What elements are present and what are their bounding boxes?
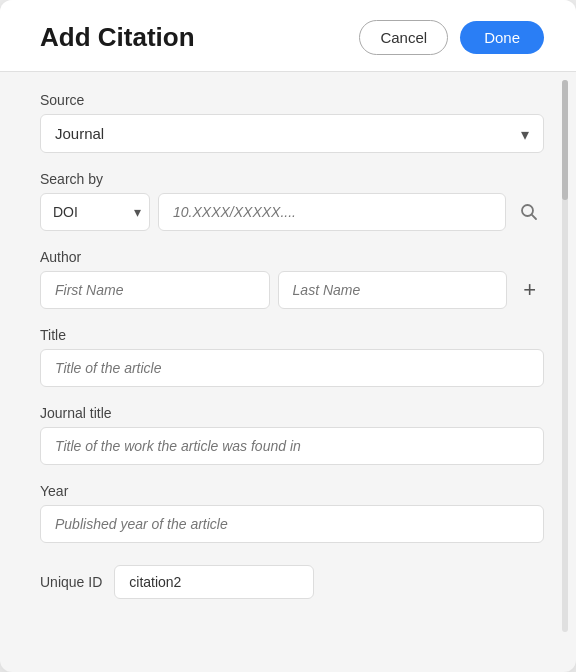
svg-line-1 <box>532 215 536 219</box>
scrollbar-track <box>562 80 568 632</box>
author-field-group: Author + <box>40 249 544 309</box>
scrollbar-thumb[interactable] <box>562 80 568 200</box>
author-row: + <box>40 271 544 309</box>
cancel-button[interactable]: Cancel <box>359 20 448 55</box>
search-type-select[interactable]: DOI PMID ISBN URL <box>41 194 149 230</box>
add-citation-dialog: Add Citation Cancel Done Source Journal … <box>0 0 576 672</box>
search-type-wrapper[interactable]: DOI PMID ISBN URL ▾ <box>40 193 150 231</box>
year-label: Year <box>40 483 544 499</box>
journal-title-label: Journal title <box>40 405 544 421</box>
author-last-name-input[interactable] <box>278 271 508 309</box>
journal-title-input[interactable] <box>40 427 544 465</box>
search-button[interactable] <box>514 197 544 227</box>
author-label: Author <box>40 249 544 265</box>
unique-id-label: Unique ID <box>40 574 102 590</box>
title-field-group: Title <box>40 327 544 387</box>
header-buttons: Cancel Done <box>359 20 544 55</box>
dialog-title: Add Citation <box>40 22 195 53</box>
year-input[interactable] <box>40 505 544 543</box>
journal-title-field-group: Journal title <box>40 405 544 465</box>
title-input[interactable] <box>40 349 544 387</box>
search-input[interactable] <box>158 193 506 231</box>
search-by-label: Search by <box>40 171 544 187</box>
unique-id-row: Unique ID <box>40 561 544 599</box>
author-first-name-input[interactable] <box>40 271 270 309</box>
search-icon <box>520 203 538 221</box>
dialog-body: Source Journal Book Website Conference P… <box>0 72 576 629</box>
title-label: Title <box>40 327 544 343</box>
source-label: Source <box>40 92 544 108</box>
search-row: DOI PMID ISBN URL ▾ <box>40 193 544 231</box>
add-author-button[interactable]: + <box>515 275 544 305</box>
dialog-header: Add Citation Cancel Done <box>0 0 576 72</box>
source-field-group: Source Journal Book Website Conference P… <box>40 92 544 153</box>
source-select-wrapper[interactable]: Journal Book Website Conference Paper Th… <box>40 114 544 153</box>
year-field-group: Year <box>40 483 544 543</box>
source-select[interactable]: Journal Book Website Conference Paper Th… <box>41 115 543 152</box>
unique-id-input[interactable] <box>114 565 314 599</box>
done-button[interactable]: Done <box>460 21 544 54</box>
search-by-field-group: Search by DOI PMID ISBN URL ▾ <box>40 171 544 231</box>
